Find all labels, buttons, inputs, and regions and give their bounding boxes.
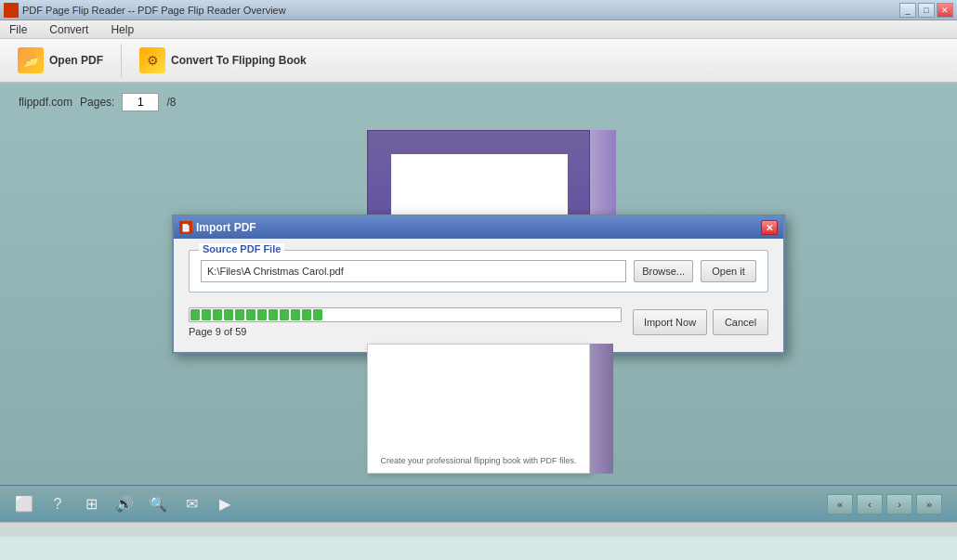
dialog-body: Source PDF File Browse... Open it: [174, 239, 783, 352]
progress-segment: [224, 309, 233, 320]
play-icon[interactable]: ▶: [216, 495, 234, 514]
convert-button[interactable]: ⚙ Convert To Flipping Book: [129, 43, 317, 78]
convert-icon: ⚙: [139, 47, 165, 73]
status-bar: [0, 522, 957, 537]
file-path-input[interactable]: [201, 260, 626, 282]
mail-icon[interactable]: ✉: [182, 495, 201, 514]
convert-label: Convert To Flipping Book: [171, 54, 307, 67]
progress-left: Page 9 of 59: [189, 307, 622, 337]
import-now-button[interactable]: Import Now: [633, 309, 707, 335]
restore-button[interactable]: □: [918, 3, 935, 18]
zoom-icon[interactable]: 🔍: [149, 495, 167, 514]
bottom-toolbar: ⬜ ? ⊞ 🔊 🔍 ✉ ▶ « ‹ › »: [0, 485, 957, 522]
progress-area: Page 9 of 59 Import Now Cancel: [189, 304, 768, 341]
source-pdf-section: Source PDF File Browse... Open it: [189, 250, 768, 293]
browse-button[interactable]: Browse...: [634, 260, 693, 282]
progress-segment: [269, 309, 278, 320]
bottom-left-icons: ⬜ ? ⊞ 🔊 🔍 ✉ ▶: [15, 495, 234, 514]
book-bottom-text: Create your professional flipping book w…: [380, 456, 576, 465]
dialog-title-left: 📄 Import PDF: [179, 221, 256, 234]
nav-next-button[interactable]: ›: [886, 494, 912, 514]
progress-segment: [291, 309, 300, 320]
progress-segment: [302, 309, 311, 320]
cancel-button[interactable]: Cancel: [713, 309, 768, 335]
menu-help[interactable]: Help: [105, 21, 139, 38]
import-pdf-dialog: 📄 Import PDF ✕ Source PDF File Browse...…: [172, 215, 785, 354]
open-label: Open PDF: [49, 54, 103, 67]
book-page-bottom: Create your professional flipping book w…: [367, 344, 590, 474]
close-button[interactable]: ✕: [937, 3, 953, 18]
app-icon: [4, 3, 19, 18]
progress-buttons: Import Now Cancel: [633, 309, 768, 335]
nav-buttons: « ‹ › »: [827, 494, 942, 514]
menu-convert[interactable]: Convert: [44, 21, 94, 38]
crop-icon[interactable]: ⬜: [15, 495, 33, 514]
nav-last-button[interactable]: »: [916, 494, 942, 514]
title-bar-title: PDF Page Flip Reader -- PDF Page Flip Re…: [22, 5, 286, 16]
dialog-title: Import PDF: [196, 221, 256, 234]
title-bar-left: PDF Page Flip Reader -- PDF Page Flip Re…: [4, 3, 286, 18]
open-pdf-button[interactable]: 📂 Open PDF: [7, 43, 113, 78]
dialog-title-bar: 📄 Import PDF ✕: [174, 216, 783, 239]
progress-segment: [190, 309, 200, 320]
dialog-icon: 📄: [179, 221, 192, 234]
open-it-button[interactable]: Open it: [701, 260, 756, 282]
title-bar: PDF Page Flip Reader -- PDF Page Flip Re…: [0, 0, 957, 20]
open-icon: 📂: [18, 47, 44, 73]
file-row: Browse... Open it: [201, 260, 756, 282]
progress-text: Page 9 of 59: [189, 326, 622, 337]
progress-segment: [202, 309, 211, 320]
minimize-button[interactable]: _: [899, 3, 916, 18]
volume-icon[interactable]: 🔊: [115, 495, 134, 514]
main-area: flippdf.com Pages: /8 📄 Import PDF ✕: [0, 84, 957, 485]
progress-segment: [235, 309, 244, 320]
progress-bar-fill: [190, 308, 621, 321]
progress-bar-container: [189, 307, 622, 322]
menu-bar: File Convert Help: [0, 20, 957, 39]
dialog-close-button[interactable]: ✕: [761, 220, 778, 235]
nav-first-button[interactable]: «: [827, 494, 853, 514]
source-section-label: Source PDF File: [199, 243, 284, 254]
progress-segment: [280, 309, 289, 320]
help-icon[interactable]: ?: [48, 495, 67, 514]
toolbar: 📂 Open PDF ⚙ Convert To Flipping Book: [0, 39, 957, 84]
progress-segment: [257, 309, 267, 320]
menu-file[interactable]: File: [4, 21, 33, 38]
title-bar-controls: _ □ ✕: [899, 3, 953, 18]
toolbar-divider: [121, 44, 122, 77]
progress-segment: [213, 309, 222, 320]
progress-segment: [313, 309, 322, 320]
progress-segment: [246, 309, 256, 320]
book-spine-bottom: [590, 344, 613, 474]
grid-icon[interactable]: ⊞: [82, 495, 100, 514]
nav-prev-button[interactable]: ‹: [857, 494, 883, 514]
